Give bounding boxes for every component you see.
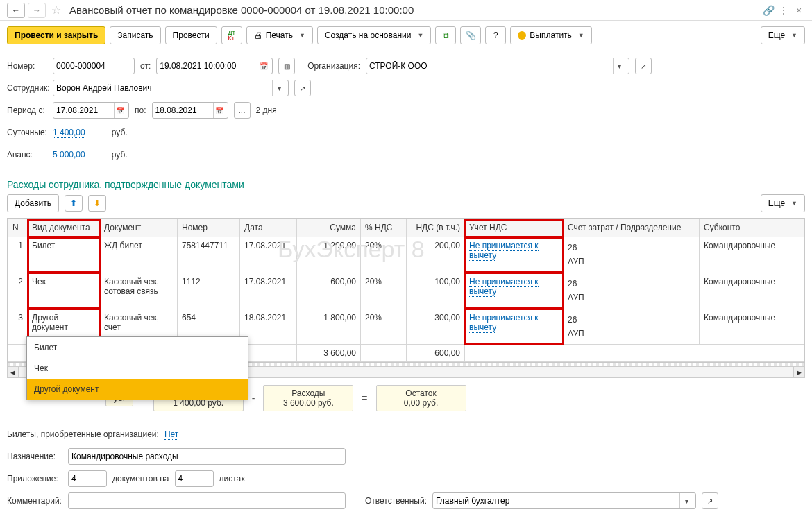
nav-back-button[interactable]: ←	[7, 3, 25, 18]
cell-subconto[interactable]: Командировочные	[700, 309, 804, 345]
cell-date[interactable]: 17.08.2021	[240, 273, 297, 309]
cell-vat-incl[interactable]: 300,00	[407, 309, 465, 345]
chevron-down-icon[interactable]: ▾	[679, 493, 693, 508]
cell-doc-type[interactable]: Билет	[28, 237, 100, 273]
post-button[interactable]: Провести	[165, 26, 217, 44]
record-button[interactable]: Записать	[110, 26, 160, 44]
create-based-on-button[interactable]: Создать на основании▼	[317, 26, 431, 44]
col-vat-acct[interactable]: Учет НДС	[465, 219, 564, 237]
cell-doc[interactable]: Кассовый чек, сотовая связь	[100, 273, 178, 309]
dd-option[interactable]: Чек	[27, 358, 248, 379]
comment-input[interactable]	[71, 496, 342, 506]
post-and-close-button[interactable]: Провести и закрыть	[7, 26, 105, 44]
cell-doc[interactable]: ЖД билет	[100, 237, 178, 273]
cell-vat-rate[interactable]: 20%	[361, 309, 407, 345]
move-down-button[interactable]: ⬇	[88, 195, 106, 212]
cell-sum[interactable]: 1 200,00	[297, 237, 361, 273]
dd-option-selected[interactable]: Другой документ	[27, 379, 248, 400]
chevron-down-icon[interactable]: ▾	[613, 58, 626, 74]
employee-open-button[interactable]: ↗	[294, 80, 311, 96]
col-subconto[interactable]: Субконто	[700, 219, 804, 237]
date-input[interactable]	[160, 61, 257, 71]
pay-out-button[interactable]: Выплатить▼	[510, 26, 591, 44]
close-icon[interactable]: ×	[793, 4, 805, 17]
col-docnum[interactable]: Номер	[178, 219, 240, 237]
calendar-page-icon: ▥	[284, 62, 290, 70]
purpose-input[interactable]	[71, 452, 342, 461]
org-input[interactable]	[369, 61, 613, 71]
print-button[interactable]: 🖨Печать▼	[246, 26, 313, 44]
col-vat-rate[interactable]: % НДС	[361, 219, 407, 237]
help-button[interactable]: ?	[485, 26, 506, 44]
doc-type-dropdown[interactable]: Билет Чек Другой документ	[26, 336, 248, 400]
cell-subconto[interactable]: Командировочные	[700, 237, 804, 273]
cell-vat-incl[interactable]: 100,00	[407, 273, 465, 309]
period-from-input[interactable]	[56, 105, 114, 115]
org-open-button[interactable]: ↗	[635, 58, 652, 74]
advance-link[interactable]: 5 000,00	[53, 150, 85, 160]
scroll-left-button[interactable]: ◀	[8, 367, 19, 377]
calendar-aux-button[interactable]: ▥	[278, 58, 295, 74]
cell-subconto[interactable]: Командировочные	[700, 273, 804, 309]
kebab-menu-icon[interactable]: ⋮	[777, 4, 790, 17]
more-button[interactable]: Еще▼	[761, 26, 805, 44]
calendar-icon[interactable]: 📅	[257, 58, 269, 74]
purpose-label: Назначение:	[7, 452, 62, 461]
cell-date[interactable]: 17.08.2021	[240, 237, 297, 273]
add-row-button[interactable]: Добавить	[7, 194, 59, 212]
question-icon: ?	[493, 31, 498, 40]
cell-vat-acct[interactable]: Не принимается к вычету	[465, 309, 564, 345]
cell-sum[interactable]: 600,00	[297, 273, 361, 309]
calendar-icon[interactable]: 📅	[213, 103, 225, 118]
cell-vat-rate[interactable]: 20%	[361, 273, 407, 309]
cell-docnum[interactable]: 1112	[178, 273, 240, 309]
col-n[interactable]: N	[8, 219, 28, 237]
period-from-label: Период с:	[7, 105, 47, 115]
cell-vat-incl[interactable]: 200,00	[407, 237, 465, 273]
cell-sum[interactable]: 1 800,00	[297, 309, 361, 345]
col-date[interactable]: Дата	[240, 219, 297, 237]
table-row[interactable]: 2ЧекКассовый чек, сотовая связь111217.08…	[8, 273, 804, 309]
favorite-star-icon[interactable]: ☆	[49, 3, 64, 18]
attach-docs-input[interactable]	[71, 474, 103, 483]
attach-sheets-input[interactable]	[178, 474, 210, 483]
number-input[interactable]	[56, 61, 131, 71]
chevron-down-icon: ▼	[578, 32, 584, 39]
scroll-right-button[interactable]: ▶	[793, 367, 804, 377]
chevron-down-icon[interactable]: ▾	[272, 80, 285, 96]
perdiem-link[interactable]: 1 400,00	[53, 128, 85, 138]
col-sum[interactable]: Сумма	[297, 219, 361, 237]
cell-vat-acct[interactable]: Не принимается к вычету	[465, 273, 564, 309]
calendar-icon[interactable]: 📅	[114, 103, 126, 118]
col-doc-type[interactable]: Вид документа	[28, 219, 100, 237]
responsible-open-button[interactable]: ↗	[702, 492, 718, 509]
period-to-input[interactable]	[155, 105, 213, 115]
col-vat-incl[interactable]: НДС (в т.ч.)	[407, 219, 465, 237]
move-up-button[interactable]: ⬆	[65, 195, 83, 212]
responsible-input[interactable]	[436, 496, 679, 506]
related-docs-button[interactable]: ⧉	[435, 26, 456, 44]
cell-acct-dep[interactable]: 26АУП	[564, 237, 700, 273]
col-acct-dep[interactable]: Счет затрат / Подразделение	[564, 219, 700, 237]
grid-more-button[interactable]: Еще▼	[761, 194, 805, 212]
employee-label: Сотрудник:	[7, 83, 47, 93]
cell-acct-dep[interactable]: 26АУП	[564, 309, 700, 345]
table-row[interactable]: 1БилетЖД билет758144771117.08.20211 200,…	[8, 237, 804, 273]
cell-vat-rate[interactable]: 20%	[361, 237, 407, 273]
employee-input[interactable]	[56, 83, 272, 93]
dtkt-button[interactable]: ДтКт	[221, 26, 242, 44]
period-ellipsis-button[interactable]: ...	[234, 102, 251, 119]
cell-docnum[interactable]: 7581447711	[178, 237, 240, 273]
cell-acct-dep[interactable]: 26АУП	[564, 273, 700, 309]
dd-option[interactable]: Билет	[27, 337, 248, 358]
link-icon[interactable]: 🔗	[762, 4, 775, 17]
nav-forward-button[interactable]: →	[28, 3, 46, 18]
attach-button[interactable]: 📎	[460, 26, 481, 44]
col-doc[interactable]: Документ	[100, 219, 178, 237]
cell-doc-type[interactable]: Чек	[28, 273, 100, 309]
chevron-down-icon: ▼	[417, 32, 423, 39]
tickets-link[interactable]: Нет	[164, 429, 178, 440]
cell-vat-acct[interactable]: Не принимается к вычету	[465, 237, 564, 273]
comment-label: Комментарий:	[7, 496, 62, 506]
chevron-down-icon: ▼	[299, 32, 305, 39]
